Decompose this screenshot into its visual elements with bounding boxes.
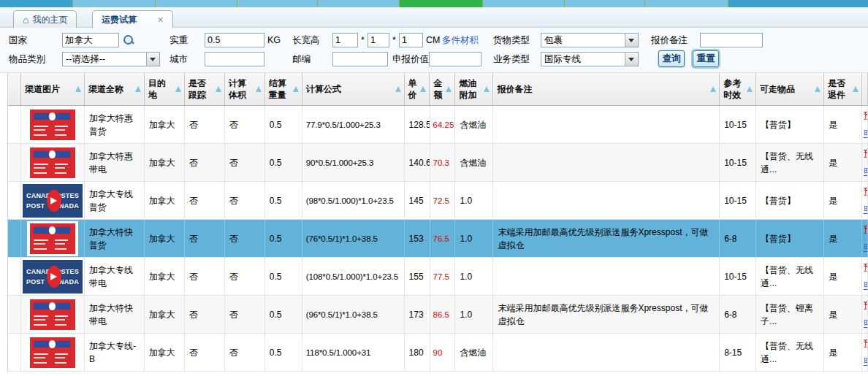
city-input[interactable] <box>205 52 264 66</box>
height-input[interactable] <box>399 33 423 47</box>
menu-strip-segment <box>399 0 482 7</box>
channel-row-2[interactable]: 加拿大特惠带电加拿大否否0.590*0.5/1.000+25.3140.670.… <box>8 144 868 182</box>
menu-strip-segment <box>482 0 564 7</box>
chevron-down-icon[interactable] <box>146 53 159 66</box>
cell-lead_time: 10-15 <box>720 182 756 219</box>
multi-piece-volume-link[interactable]: 多件材积 <box>442 33 479 47</box>
sort-arrow-icon[interactable] <box>135 86 141 92</box>
cell-destination: 加拿大 <box>145 182 185 219</box>
header-tracking[interactable]: 是否跟踪 <box>185 73 225 105</box>
sort-arrow-icon[interactable] <box>75 86 81 92</box>
weight-unit: KG <box>267 33 281 47</box>
width-input[interactable] <box>368 33 389 47</box>
sort-arrow-icon[interactable] <box>710 86 716 92</box>
channel-row-4[interactable]: 加拿大特快普货加拿大否否0.5(76*0.5/1)*1.0+38.515376.… <box>8 220 868 258</box>
postcode-input[interactable] <box>332 52 388 66</box>
chevron-down-icon[interactable] <box>625 34 638 47</box>
cell-tracking: 否 <box>185 334 225 371</box>
sort-arrow-icon[interactable] <box>853 86 859 92</box>
cell-calc_volume: 否 <box>225 144 265 181</box>
search-icon[interactable] <box>123 34 134 46</box>
header-fuel[interactable]: 燃油附加 <box>455 73 493 105</box>
chevron-down-icon[interactable] <box>625 53 638 66</box>
clipped-link[interactable]: 明 <box>864 127 868 140</box>
clipped-link[interactable]: 明 <box>864 355 868 368</box>
declared-value-input[interactable] <box>429 52 481 66</box>
cell-logo <box>21 296 85 333</box>
dim-separator-1: * <box>361 33 365 47</box>
cell-edge: 预明 <box>862 220 868 257</box>
channel-row-7[interactable]: 加拿大专线-B加拿大否否0.5118*0.5/1.000+3118090含燃油8… <box>8 334 868 372</box>
clipped-red-text: 预 <box>864 261 868 274</box>
column-label: 单价 <box>408 77 419 101</box>
sort-arrow-icon[interactable] <box>216 86 221 92</box>
header-amount[interactable]: 金额 <box>430 73 455 105</box>
cell-amount: 72.5 <box>430 182 456 219</box>
sort-arrow-icon[interactable] <box>484 86 490 92</box>
freight-query-form: 国家 实重 KG 长宽高 * * CM 多件材积 货物类型 包裹 报价备注 物品… <box>0 28 868 73</box>
cell-amount: 90 <box>430 334 456 371</box>
cell-settle_weight: 0.5 <box>265 182 302 219</box>
sort-arrow-icon[interactable] <box>256 86 262 92</box>
sort-arrow-icon[interactable] <box>175 86 181 92</box>
cell-settle_weight: 0.5 <box>265 296 302 333</box>
column-label: 目的地 <box>148 77 174 101</box>
business-type-select[interactable]: 国际专线 <box>541 52 639 66</box>
header-lead_time[interactable]: 参考时效 <box>720 73 756 105</box>
sort-arrow-icon[interactable] <box>293 86 299 92</box>
clipped-link[interactable]: 明 <box>864 241 868 254</box>
cell-remark <box>493 258 720 295</box>
header-name[interactable]: 渠道全称 <box>85 73 145 105</box>
sort-arrow-icon[interactable] <box>420 86 426 92</box>
channel-row-5[interactable]: CANADAPOSTESPOSTCANADA加拿大专线带电加拿大否否0.5(10… <box>8 258 868 296</box>
column-label: 报价备注 <box>497 83 709 95</box>
header-remark[interactable]: 报价备注 <box>493 73 720 105</box>
reset-button[interactable]: 重置 <box>693 50 719 67</box>
clipped-link[interactable]: 明 <box>864 203 868 216</box>
item-category-select[interactable]: --请选择-- <box>62 52 160 66</box>
header-unit_price[interactable]: 单价 <box>405 73 430 105</box>
clipped-link[interactable]: 明 <box>864 165 868 178</box>
channel-row-3[interactable]: CANADAPOSTESPOSTCANADA加拿大专线普货加拿大否否0.5(98… <box>8 182 868 220</box>
canada-post-blue-logo: CANADAPOSTESPOSTCANADA <box>23 184 83 218</box>
header-destination[interactable]: 目的地 <box>145 73 185 105</box>
clipped-link[interactable]: 明 <box>864 317 868 330</box>
close-tab-icon[interactable]: ✕ <box>157 15 164 25</box>
header-calc_volume[interactable]: 计算体积 <box>225 73 265 105</box>
cell-settle_weight: 0.5 <box>265 144 302 181</box>
sort-arrow-icon[interactable] <box>395 86 401 92</box>
cell-calc_volume: 否 <box>225 106 265 143</box>
header-settle_weight[interactable]: 结算重量 <box>265 73 302 105</box>
clipped-link[interactable]: 明 <box>864 279 868 292</box>
length-input[interactable] <box>332 33 358 47</box>
weight-input[interactable] <box>205 33 264 47</box>
country-input[interactable] <box>62 33 119 47</box>
menu-strip-segment <box>72 0 155 7</box>
menu-strip-segment <box>728 0 868 7</box>
cell-destination: 加拿大 <box>145 334 185 371</box>
cell-tracking: 否 <box>185 258 225 295</box>
sort-arrow-icon[interactable] <box>446 86 452 92</box>
cargo-type-select[interactable]: 包裹 <box>541 33 639 47</box>
header-logo[interactable]: 渠道图片 <box>21 73 85 105</box>
cell-lead_time: 10-15 <box>720 258 756 295</box>
tab-freight-calc[interactable]: 运费试算 ✕ <box>92 10 173 28</box>
sort-arrow-icon[interactable] <box>815 86 821 92</box>
query-button[interactable]: 查询 <box>658 50 685 67</box>
header-formula[interactable]: 计算公式 <box>302 73 405 105</box>
header-returnable[interactable]: 是否退件 <box>824 73 862 105</box>
cell-calc_volume: 否 <box>225 334 265 371</box>
clipped-red-text: 预 <box>864 109 868 122</box>
postcode-label: 邮编 <box>292 52 311 66</box>
channel-row-6[interactable]: 加拿大特快带电加拿大否否0.5(96*0.5/1)*1.0+38.517386.… <box>8 296 868 334</box>
cell-calc_volume: 否 <box>225 182 265 219</box>
cell-edge: 预明 <box>862 182 868 219</box>
cell-edge: 预明 <box>862 296 868 333</box>
cell-unit_price: 145 <box>405 182 430 219</box>
channel-row-1[interactable]: 加拿大特惠普货加拿大否否0.577.9*0.5/1.000+25.3128.56… <box>8 106 868 144</box>
tab-my-homepage[interactable]: ⌂ 我的主页 <box>13 10 77 28</box>
sort-arrow-icon[interactable] <box>747 86 753 92</box>
menu-strip-segment <box>155 0 237 7</box>
quote-remark-input[interactable] <box>700 33 763 47</box>
header-goods[interactable]: 可走物品 <box>756 73 824 105</box>
